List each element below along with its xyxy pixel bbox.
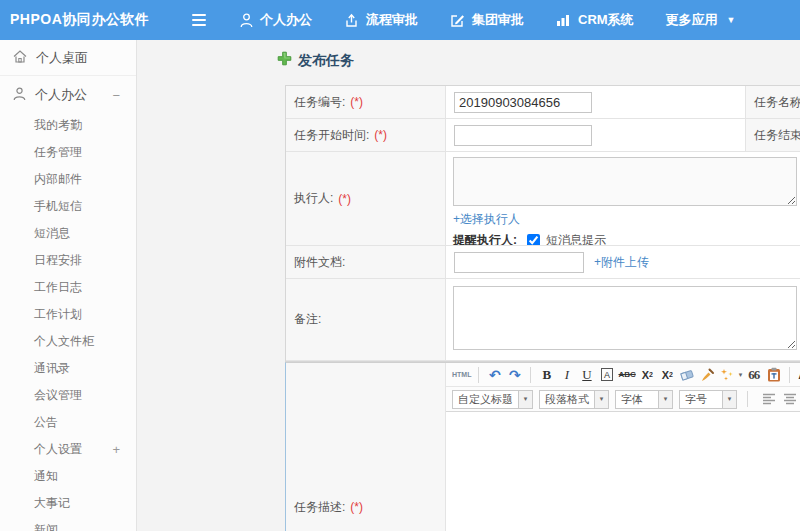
app-logo: PHPOA协同办公软件	[0, 11, 178, 29]
eraser-icon[interactable]	[679, 366, 696, 384]
html-source-button[interactable]: HTML	[452, 366, 471, 384]
task-number-input[interactable]	[454, 92, 592, 113]
auto-format-wand-icon[interactable]	[719, 366, 736, 384]
nav-item-more-apps[interactable]: 更多应用 ▼	[666, 11, 736, 29]
expand-icon[interactable]: +	[112, 436, 120, 463]
toolbar-separator	[747, 391, 748, 407]
export-arrow-icon	[344, 13, 359, 28]
executor-label-cell: 执行人:(*)	[286, 152, 446, 246]
sidebar-item-notice[interactable]: 通知	[0, 463, 136, 490]
sidebar-item-news[interactable]: 新闻	[0, 517, 136, 531]
format-brush-icon[interactable]	[699, 366, 716, 384]
sidebar-item-milestones[interactable]: 大事记	[0, 490, 136, 517]
required-mark: (*)	[350, 500, 363, 514]
sidebar-item-work-log[interactable]: 工作日志	[0, 274, 136, 301]
toolbar-separator	[478, 367, 479, 383]
task-form-table: 任务编号:(*) 任务名称:(*) 任务开始时间:(*) 任务结束时间:(*)	[285, 85, 800, 362]
attachment-label-cell: 附件文档:	[286, 246, 446, 279]
task-number-cell	[446, 86, 746, 119]
nav-item-workflow-approval[interactable]: 流程审批	[344, 11, 418, 29]
task-description-table: 任务描述:(*) HTML ↶ ↷ B I U A ABC X2 X2	[285, 362, 800, 531]
description-label-cell: 任务描述:(*)	[286, 363, 446, 531]
sidebar-item-announcement[interactable]: 公告	[0, 409, 136, 436]
sidebar: 个人桌面 个人办公 − 我的考勤 任务管理 内部邮件 手机短信 短消息 日程安排…	[0, 40, 137, 531]
editor-content-area[interactable]	[446, 412, 800, 531]
rich-text-editor: HTML ↶ ↷ B I U A ABC X2 X2	[446, 363, 800, 531]
start-time-label-cell: 任务开始时间:(*)	[286, 119, 446, 152]
sidebar-item-meeting[interactable]: 会议管理	[0, 382, 136, 409]
font-style-button[interactable]: A	[598, 366, 615, 384]
sidebar-item-file-cabinet[interactable]: 个人文件柜	[0, 328, 136, 355]
chevron-down-icon: ▾	[518, 391, 532, 408]
font-size-select[interactable]: 字号 ▾	[679, 390, 737, 409]
strikethrough-button[interactable]: ABC	[618, 366, 635, 384]
bold-button[interactable]: B	[538, 366, 555, 384]
alignment-buttons	[762, 390, 800, 408]
required-mark: (*)	[350, 95, 363, 109]
remind-executor-row: 提醒执行人: 短消息提示	[453, 232, 800, 246]
add-plus-icon	[277, 51, 292, 70]
paragraph-format-select[interactable]: 段落格式 ▾	[539, 390, 609, 409]
page-title: 发布任务	[277, 51, 354, 70]
nav-item-personal-office[interactable]: 个人办公	[240, 11, 312, 29]
choose-executor-link[interactable]: +选择执行人	[453, 211, 520, 228]
chevron-down-icon: ▼	[727, 15, 736, 25]
sidebar-item-short-message[interactable]: 短消息	[0, 220, 136, 247]
redo-button[interactable]: ↷	[506, 366, 523, 384]
user-icon	[13, 87, 26, 104]
chevron-down-icon: ▾	[594, 391, 608, 408]
sidebar-item-schedule[interactable]: 日程安排	[0, 247, 136, 274]
superscript-button[interactable]: X2	[639, 366, 656, 384]
chevron-down-icon: ▾	[722, 391, 736, 408]
nav-item-crm[interactable]: CRM系统	[556, 11, 634, 29]
main-content: 发布任务 任务编号:(*) 任务名称:(*) 任务开始时间:(*)	[137, 40, 800, 531]
start-time-input[interactable]	[454, 125, 592, 146]
remark-label-cell: 备注:	[286, 279, 446, 361]
editor-toolbar-row-2: 自定义标题 ▾ 段落格式 ▾ 字体 ▾ 字号 ▾	[446, 387, 800, 412]
chevron-down-icon: ▾	[658, 391, 672, 408]
align-left-icon[interactable]	[762, 390, 776, 408]
sidebar-item-task-management[interactable]: 任务管理	[0, 139, 136, 166]
required-mark: (*)	[374, 128, 387, 142]
required-mark: (*)	[338, 192, 351, 206]
sidebar-item-internal-mail[interactable]: 内部邮件	[0, 166, 136, 193]
blockquote-button[interactable]: 66	[745, 366, 762, 384]
subscript-button[interactable]: X2	[659, 366, 676, 384]
sidebar-item-work-plan[interactable]: 工作计划	[0, 301, 136, 328]
app-window: PHPOA协同办公软件 个人办公 流程审批 集团审批	[0, 0, 800, 531]
sidebar-item-desktop[interactable]: 个人桌面	[0, 40, 136, 76]
font-family-select[interactable]: 字体 ▾	[615, 390, 673, 409]
sms-remind-checkbox[interactable]	[527, 234, 540, 246]
app-header: PHPOA协同办公软件 个人办公 流程审批 集团审批	[0, 0, 800, 40]
undo-button[interactable]: ↶	[486, 366, 503, 384]
edit-square-icon	[450, 13, 465, 28]
attachment-cell: +附件上传	[446, 246, 800, 279]
remark-textarea[interactable]	[453, 286, 797, 350]
remark-cell	[446, 279, 800, 361]
sidebar-item-personal-settings[interactable]: 个人设置+	[0, 436, 136, 463]
sidebar-group-personal-office[interactable]: 个人办公 −	[0, 82, 136, 108]
align-center-icon[interactable]	[783, 390, 797, 408]
home-icon	[13, 50, 27, 66]
sidebar-item-mobile-sms[interactable]: 手机短信	[0, 193, 136, 220]
top-nav: 个人办公 流程审批 集团审批 CRM系统 更多应用	[240, 11, 736, 29]
toolbar-separator	[789, 367, 790, 383]
menu-toggle-icon[interactable]	[192, 11, 208, 29]
attachment-upload-link[interactable]: +附件上传	[594, 254, 649, 271]
collapse-icon[interactable]: −	[112, 88, 120, 103]
sidebar-menu: 我的考勤 任务管理 内部邮件 手机短信 短消息 日程安排 工作日志 工作计划 个…	[0, 112, 136, 531]
sidebar-item-attendance[interactable]: 我的考勤	[0, 112, 136, 139]
sidebar-item-contacts[interactable]: 通讯录	[0, 355, 136, 382]
task-name-label-cell: 任务名称:(*)	[746, 86, 800, 119]
bar-chart-icon	[556, 13, 571, 27]
paste-clipboard-icon[interactable]	[765, 366, 782, 384]
attachment-input[interactable]	[454, 252, 584, 273]
editor-toolbar-row-1: HTML ↶ ↷ B I U A ABC X2 X2	[446, 363, 800, 387]
executor-textarea[interactable]	[453, 157, 797, 206]
underline-button[interactable]: U	[578, 366, 595, 384]
chevron-down-icon[interactable]: ▾	[739, 371, 743, 379]
custom-title-select[interactable]: 自定义标题 ▾	[452, 390, 533, 409]
nav-item-group-approval[interactable]: 集团审批	[450, 11, 524, 29]
italic-button[interactable]: I	[558, 366, 575, 384]
executor-cell: +选择执行人 提醒执行人: 短消息提示	[446, 152, 800, 246]
